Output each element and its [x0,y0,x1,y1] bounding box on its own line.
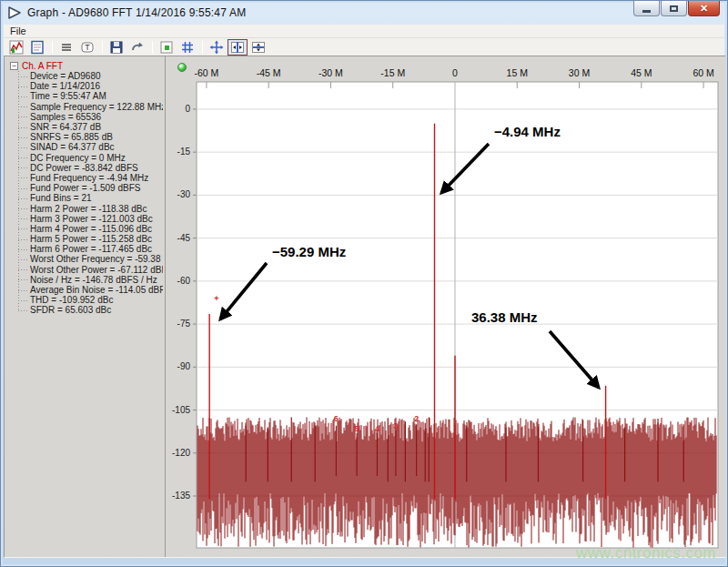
tree-item[interactable]: Time = 9:55:47 AM [18,91,163,101]
tree-item[interactable]: Harm 3 Power = -121.003 dBc [18,214,163,224]
splitv-icon [230,40,245,55]
x-axis-label: 60 M [693,67,713,78]
watermark-text: www.cntronics.com [576,544,716,562]
lines-button[interactable] [56,39,76,56]
toolbar-separator [102,41,103,54]
graph-icon [9,40,24,55]
harmonic-number-label: 5 [355,424,359,433]
tree-item-label: SNRFS = 65.885 dB [30,132,113,142]
save-button[interactable] [106,39,126,56]
tree-item-label: Harm 5 Power = -115.258 dBc [30,234,152,244]
grid-button[interactable] [177,39,197,56]
tree-item-label: Date = 1/14/2016 [30,81,100,91]
graph-settings-button[interactable] [6,39,26,56]
tree-item[interactable]: Harm 2 Power = -118.38 dBc [18,203,163,213]
main-content: −Ch. A FFTDevice = AD9680Date = 1/14/201… [4,56,726,558]
marker-button[interactable] [157,39,177,56]
tree-item-label: THD = -109.952 dBc [30,295,113,305]
tree-item[interactable]: DC Frequency = 0 MHz [18,153,163,163]
svg-text:T: T [85,43,90,52]
fft-chart[interactable]: 0-15-30-45-60-75-90-105-120-135-60 M-45 … [166,56,727,557]
y-axis-label: -15 [177,147,191,157]
tree-collapse-icon[interactable]: − [10,62,18,70]
minimize-icon [642,10,651,13]
tree-item[interactable]: SINAD = 64.377 dBc [18,142,163,152]
tree-item[interactable]: Date = 1/14/2016 [18,81,163,91]
report-icon [30,40,45,55]
tree-item-label: Average Bin Noise = -114.05 dBFS [30,285,163,295]
tree-item[interactable]: THD = -109.952 dBc [18,295,163,305]
zoomfit-icon [209,40,224,55]
tree-item[interactable]: Harm 6 Power = -117.465 dBc [18,244,163,254]
tree-item-label: Harm 2 Power = -118.38 dBc [30,204,147,214]
peak-plus-marker: + [214,294,218,303]
close-icon: ✕ [700,3,708,15]
tree-item[interactable]: Harm 5 Power = -115.258 dBc [18,234,163,244]
close-button[interactable]: ✕ [688,1,720,16]
tree-item[interactable]: Worst Other Frequency = -59.38 MHz [18,254,163,264]
tree-item-label: SFDR = 65.603 dBc [30,305,111,315]
tree-item-label: Noise / Hz = -146.78 dBFS / Hz [30,275,157,285]
tree-item-label: Fund Power = -1.509 dBFS [30,183,140,193]
tree-item[interactable]: Fund Frequency = -4.94 MHz [18,173,163,183]
tree-item[interactable]: Sample Frequency = 122.88 MHz [18,102,163,112]
lines-icon [59,40,74,55]
tree-root-ch-a-fft[interactable]: −Ch. A FFT [10,60,163,71]
tree-item[interactable]: Samples = 65536 [18,112,163,122]
y-axis-label: -30 [177,189,191,199]
tree-item[interactable]: Fund Bins = 21 [18,193,163,203]
measurement-tree-panel: −Ch. A FFTDevice = AD9680Date = 1/14/201… [5,56,163,557]
tree-item-label: DC Frequency = 0 MHz [30,153,126,163]
tree-item[interactable]: Noise / Hz = -146.78 dBFS / Hz [18,275,163,285]
split-vertical-button[interactable] [228,39,248,56]
chart-panel: 0-15-30-45-60-75-90-105-120-135-60 M-45 … [165,56,726,557]
zoom-fit-button[interactable] [207,39,227,56]
y-axis-label: -90 [177,361,191,371]
harmonic-number-label: 3 [393,421,398,430]
title-bar[interactable]: Graph - AD9680 FFT 1/14/2016 9:55:47 AM … [1,1,727,25]
export-icon [130,40,145,55]
annotation-label: 36.38 MHz [471,309,538,325]
tree-item[interactable]: Average Bin Noise = -114.05 dBFS [18,285,163,295]
tree-item[interactable]: DC Power = -83.842 dBFS [18,163,163,173]
tree-item-label: Harm 3 Power = -121.003 dBc [30,214,153,224]
x-axis-label: 45 M [631,67,652,78]
tree-item[interactable]: Harm 4 Power = -115.096 dBc [18,224,163,234]
tree-item-label: Worst Other Frequency = -59.38 MHz [30,254,163,264]
menu-bar: File [4,25,724,38]
x-axis-label: -60 M [195,67,219,78]
annotation-label: −4.94 MHz [494,124,561,139]
tree-item[interactable]: Fund Power = -1.509 dBFS [18,183,163,193]
tree-item-label: Sample Frequency = 122.88 MHz [30,102,163,112]
menu-file[interactable]: File [4,25,33,36]
toolbar-separator [202,41,203,54]
harmonic-number-label: 4 [375,424,379,433]
minimize-button[interactable] [633,1,660,16]
y-axis-label: -60 [177,276,191,286]
tree-item[interactable]: SNRFS = 65.885 dB [18,132,163,142]
report-button[interactable] [27,39,47,56]
split-horizontal-button[interactable] [248,39,268,56]
tree-item[interactable]: SFDR = 65.603 dBc [18,305,163,315]
textcur-icon: T [80,40,95,55]
splith-icon [251,40,266,55]
harmonic-number-label: 6 [334,414,339,423]
tree-item[interactable]: Worst Other Power = -67.112 dBFS [18,265,163,275]
tree-item-label: Harm 4 Power = -115.096 dBc [30,224,152,234]
marker-icon [159,40,174,55]
export-button[interactable] [127,39,147,56]
tree-item-label: Worst Other Power = -67.112 dBFS [30,265,163,275]
text-cursor-button[interactable]: T [77,39,97,56]
tree-item[interactable]: Device = AD9680 [18,71,163,81]
x-axis-label: -30 M [318,67,343,78]
toolbar-separator [152,41,153,54]
grid-icon [180,40,195,55]
x-axis-label: -15 M [380,67,405,78]
tree-item[interactable]: SNR = 64.377 dB [18,122,163,132]
maximize-icon [670,5,678,12]
x-axis-label: 15 M [507,67,528,78]
tree-item-label: Device = AD9680 [30,71,101,81]
y-axis-label: -105 [172,405,190,415]
maximize-button[interactable] [661,1,687,16]
app-window: Graph - AD9680 FFT 1/14/2016 9:55:47 AM … [0,0,728,567]
